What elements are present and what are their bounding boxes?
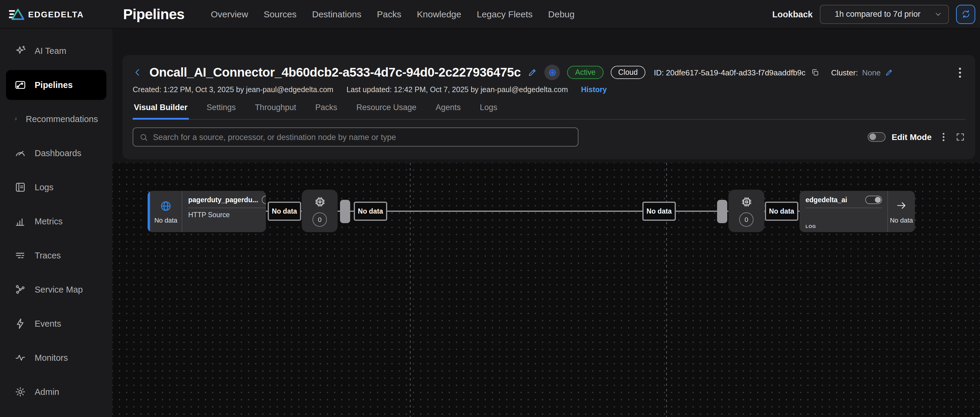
- pipeline-menu-button[interactable]: [955, 67, 965, 78]
- chevron-down-icon: [934, 10, 942, 18]
- pipeline-canvas[interactable]: No data pagerduty_pagerdu... HTTP Source…: [112, 163, 980, 417]
- history-link[interactable]: History: [581, 86, 607, 94]
- fullscreen-button[interactable]: [956, 132, 965, 142]
- toolbar-right: Edit Mode: [868, 132, 965, 142]
- edge-throughput-label: No data: [643, 201, 676, 221]
- sidebar-item-label: Metrics: [35, 217, 62, 226]
- edge-throughput-label: No data: [765, 201, 798, 221]
- processor-node[interactable]: 0: [302, 190, 337, 232]
- sidebar-item-dashboards[interactable]: Dashboards: [6, 138, 107, 168]
- cluster-value: None: [862, 68, 880, 77]
- processor-node[interactable]: 0: [729, 190, 764, 232]
- copy-id-button[interactable]: [811, 68, 819, 77]
- edgedelta-logo-icon: [9, 8, 24, 21]
- edit-title-button[interactable]: [528, 68, 538, 77]
- page-title: Pipelines: [123, 6, 185, 22]
- sidebar-item-label: Monitors: [35, 353, 68, 363]
- pipeline-title-row: Oncall_AI_Connector_4b60dcb2-a533-4d7c-9…: [133, 64, 965, 81]
- helm-wheel-icon: [548, 68, 557, 77]
- tab-agents[interactable]: Agents: [434, 103, 462, 120]
- tab-resource-usage[interactable]: Resource Usage: [355, 103, 418, 120]
- sidebar-item-admin[interactable]: Admin: [6, 377, 107, 407]
- sidebar-item-events[interactable]: Events: [6, 309, 107, 339]
- node-search[interactable]: [133, 128, 578, 147]
- pipeline-header-panel: Oncall_AI_Connector_4b60dcb2-a533-4d7c-9…: [123, 55, 975, 159]
- sidebar-item-logs[interactable]: Logs: [6, 172, 107, 202]
- nav-knowledge[interactable]: Knowledge: [417, 9, 461, 19]
- nav-debug[interactable]: Debug: [548, 9, 574, 19]
- top-navigation: Overview Sources Destinations Packs Know…: [211, 9, 574, 19]
- tab-throughput[interactable]: Throughput: [254, 103, 297, 120]
- sidebar-item-label: AI Team: [35, 46, 66, 56]
- sidebar-item-metrics[interactable]: Metrics: [6, 206, 107, 236]
- edit-mode-label: Edit Mode: [892, 132, 932, 142]
- pipeline-tabs: Visual Builder Settings Throughput Packs…: [133, 103, 965, 120]
- edit-cluster-button[interactable]: [885, 68, 893, 77]
- destination-node-edgedelta-ai[interactable]: edgedelta_ai LOG No data: [800, 191, 915, 232]
- pipelines-icon: [14, 79, 26, 91]
- refresh-button[interactable]: [956, 5, 975, 24]
- nav-destinations[interactable]: Destinations: [312, 9, 361, 19]
- pulse-icon: [14, 352, 26, 364]
- pipeline-id-group: ID: 20dfe617-5a19-4a0f-ad33-f7d9aaddfb9c: [654, 68, 819, 77]
- sidebar-item-label: Traces: [35, 251, 61, 260]
- lookback-select[interactable]: 1h compared to 7d prior: [820, 5, 949, 24]
- nav-legacy-fleets[interactable]: Legacy Fleets: [477, 9, 533, 19]
- nav-packs[interactable]: Packs: [377, 9, 402, 19]
- node-enabled-toggle[interactable]: [865, 196, 882, 204]
- sidebar-item-label: Pipelines: [35, 80, 73, 90]
- search-icon: [139, 133, 148, 142]
- nav-overview[interactable]: Overview: [211, 9, 248, 19]
- node-status-column: No data: [888, 191, 915, 232]
- edit-mode-toggle[interactable]: [868, 132, 886, 142]
- source-node-pagerduty[interactable]: No data pagerduty_pagerdu... HTTP Source…: [148, 191, 266, 232]
- node-body: edgedelta_ai LOG: [800, 191, 888, 232]
- sidebar-item-monitors[interactable]: Monitors: [6, 343, 107, 373]
- tab-settings[interactable]: Settings: [205, 103, 237, 120]
- canvas-toolbar: Edit Mode: [133, 128, 965, 147]
- lookback-label: Lookback: [772, 9, 813, 19]
- lookback-value: 1h compared to 7d prior: [835, 10, 921, 19]
- processor-count: 0: [739, 212, 754, 227]
- brand-name: EDGEDELTA: [28, 9, 84, 19]
- fullscreen-icon: [956, 132, 965, 142]
- tab-packs[interactable]: Packs: [314, 103, 339, 120]
- kubernetes-chip[interactable]: [545, 65, 560, 80]
- node-status-column: No data: [150, 191, 182, 232]
- last-updated-text: Last updated: 12:42 PM, Oct 7, 2025 by j…: [347, 86, 568, 94]
- back-button[interactable]: [133, 68, 142, 77]
- main-content: Oncall_AI_Connector_4b60dcb2-a533-4d7c-9…: [112, 29, 980, 417]
- canvas-guide-line: [410, 163, 410, 417]
- sidebar-item-label: Service Map: [35, 285, 83, 294]
- node-status: No data: [154, 216, 177, 224]
- edge-throughput-label: No data: [354, 201, 387, 221]
- sidebar-item-traces[interactable]: Traces: [6, 241, 107, 270]
- sidebar-item-recommendations[interactable]: Recommendations: [6, 104, 107, 134]
- tab-visual-builder[interactable]: Visual Builder: [133, 103, 189, 120]
- toggle-knob: [869, 133, 876, 140]
- sidebar-item-ai-team[interactable]: AI Team: [6, 36, 107, 66]
- node-divider: [805, 208, 882, 208]
- environment-badge: Cloud: [611, 66, 645, 79]
- sidebar-item-pipelines[interactable]: Pipelines: [6, 70, 107, 100]
- cluster-label: Cluster:: [831, 68, 858, 77]
- sidebar-item-label: Events: [35, 319, 61, 328]
- nav-sources[interactable]: Sources: [264, 9, 296, 19]
- brand-logo[interactable]: EDGEDELTA: [0, 8, 112, 21]
- chip-icon: [313, 195, 326, 208]
- node-type: HTTP Source: [188, 211, 266, 218]
- sidebar-item-service-map[interactable]: Service Map: [6, 275, 107, 305]
- tab-logs[interactable]: Logs: [479, 103, 499, 120]
- output-handle[interactable]: [340, 200, 350, 223]
- status-badge: Active: [567, 66, 603, 79]
- kebab-icon: [958, 67, 961, 78]
- node-enabled-toggle[interactable]: [262, 196, 266, 204]
- sidebar-item-label: Logs: [35, 182, 54, 192]
- copy-icon: [811, 68, 819, 77]
- search-input[interactable]: [153, 133, 572, 142]
- input-handle[interactable]: [717, 200, 727, 223]
- canvas-menu-button[interactable]: [942, 132, 945, 142]
- lightbulb-icon: [14, 113, 18, 125]
- chip-icon: [740, 195, 752, 208]
- node-divider: [188, 208, 266, 208]
